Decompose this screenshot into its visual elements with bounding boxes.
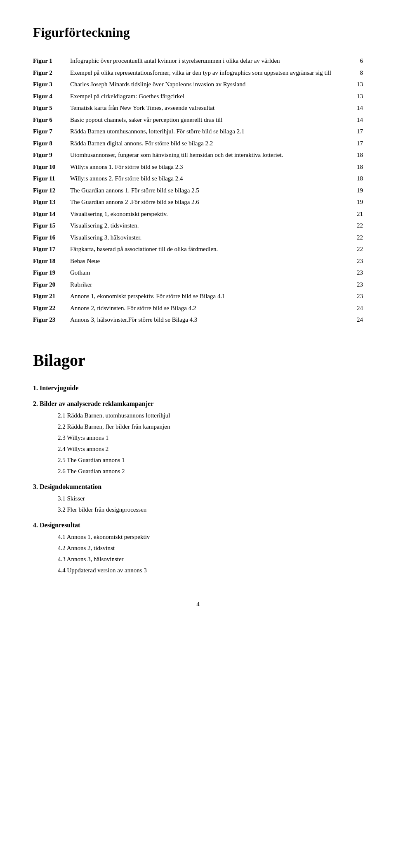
figure-page: 17 <box>351 138 363 149</box>
bilagor-sub-item: 2.5 The Guardian annons 1 <box>33 455 363 466</box>
figure-description: Tematisk karta från New York Times, avse… <box>70 102 351 114</box>
figure-page: 19 <box>351 196 363 208</box>
figure-label: Figur 20 <box>33 279 70 291</box>
bilagor-sub-item: 4.2 Annons 2, tidsvinst <box>33 543 363 554</box>
figure-description: Visualisering 3, hälsovinster. <box>70 232 351 244</box>
figure-label: Figur 18 <box>33 255 70 267</box>
bilagor-sub-item: 4.1 Annons 1, ekonomiskt perspektiv <box>33 531 363 543</box>
bilagor-section-header: 2. Bilder av analyserade reklamkampanjer <box>33 398 363 410</box>
figure-description: Rädda Barnen utomhusannons, lotterihjul.… <box>70 126 351 138</box>
figure-label: Figur 5 <box>33 102 70 114</box>
table-row: Figur 9 Utomhusannonser, fungerar som hä… <box>33 149 363 161</box>
figure-page: 19 <box>351 185 363 197</box>
figure-description: Visualisering 1, ekonomiskt perspektiv. <box>70 208 351 220</box>
bilagor-sub-item: 2.2 Rädda Barnen, fler bilder från kampa… <box>33 421 363 432</box>
figure-description: Rubriker <box>70 279 351 291</box>
table-row: Figur 16 Visualisering 3, hälsovinster. … <box>33 232 363 244</box>
table-row: Figur 6 Basic popout channels, saker vår… <box>33 114 363 126</box>
figure-label: Figur 9 <box>33 149 70 161</box>
figure-label: Figur 22 <box>33 302 70 314</box>
figure-page: 23 <box>351 290 363 302</box>
figure-description: Exempel på olika representationsformer, … <box>70 67 351 79</box>
figure-description: Annons 3, hälsovinster.För större bild s… <box>70 314 351 326</box>
figure-description: Infographic över procentuellt antal kvin… <box>70 55 351 67</box>
figure-page: 24 <box>351 314 363 326</box>
figure-page: 17 <box>351 126 363 138</box>
figure-description: Willy:s annons 2. För större bild se bil… <box>70 173 351 185</box>
table-row: Figur 4 Exempel på cirkeldiagram: Goethe… <box>33 90 363 102</box>
figure-label: Figur 10 <box>33 161 70 173</box>
figure-label: Figur 1 <box>33 55 70 67</box>
figure-page: 18 <box>351 149 363 161</box>
figure-label: Figur 14 <box>33 208 70 220</box>
bilagor-sub-item: 4.4 Uppdaterad version av annons 3 <box>33 565 363 576</box>
table-row: Figur 23 Annons 3, hälsovinster.För stör… <box>33 314 363 326</box>
figure-description: Visualisering 2, tidsvinsten. <box>70 220 351 232</box>
bilagor-sub-item: 2.3 Willy:s annons 1 <box>33 432 363 443</box>
bilagor-section-header: 4. Designresultat <box>33 519 363 531</box>
bilagor-section-item: 2. Bilder av analyserade reklamkampanjer… <box>33 398 363 477</box>
figure-description: Exempel på cirkeldiagram: Goethes färgci… <box>70 90 351 102</box>
figure-label: Figur 8 <box>33 138 70 149</box>
bilagor-sub-item: 2.4 Willy:s annons 2 <box>33 443 363 455</box>
table-row: Figur 21 Annons 1, ekonomiskt perspektiv… <box>33 290 363 302</box>
page-number: 4 <box>33 601 363 608</box>
bilagor-sub-item: 2.6 The Guardian annons 2 <box>33 466 363 477</box>
figure-description: Basic popout channels, saker vår percept… <box>70 114 351 126</box>
figure-page: 24 <box>351 302 363 314</box>
table-row: Figur 1 Infographic över procentuellt an… <box>33 55 363 67</box>
figure-label: Figur 16 <box>33 232 70 244</box>
figure-label: Figur 13 <box>33 196 70 208</box>
table-row: Figur 7 Rädda Barnen utomhusannons, lott… <box>33 126 363 138</box>
figure-label: Figur 3 <box>33 78 70 90</box>
figure-page: 18 <box>351 173 363 185</box>
figure-description: The Guardian annons 1. För större bild s… <box>70 185 351 197</box>
table-row: Figur 10 Willy:s annons 1. För större bi… <box>33 161 363 173</box>
bilagor-sub-item: 4.3 Annons 3, hälsovinster <box>33 554 363 565</box>
figure-label: Figur 23 <box>33 314 70 326</box>
table-row: Figur 22 Annons 2, tidsvinsten. För stör… <box>33 302 363 314</box>
bilagor-section-item: 3. Designdokumentation3.1 Skisser3.2 Fle… <box>33 481 363 515</box>
bilagor-sub-item: 3.1 Skisser <box>33 493 363 504</box>
table-row: Figur 11 Willy:s annons 2. För större bi… <box>33 173 363 185</box>
figure-label: Figur 19 <box>33 267 70 279</box>
bilagor-section-header: 3. Designdokumentation <box>33 481 363 493</box>
figure-page: 14 <box>351 114 363 126</box>
figure-description: Rädda Barnen digital annons. För större … <box>70 138 351 149</box>
figure-table: Figur 1 Infographic över procentuellt an… <box>33 55 363 326</box>
figure-description: The Guardian annons 2 .För större bild s… <box>70 196 351 208</box>
figure-page: 23 <box>351 255 363 267</box>
figure-label: Figur 17 <box>33 243 70 255</box>
figure-page: 18 <box>351 161 363 173</box>
figure-description: Willy:s annons 1. För större bild se bil… <box>70 161 351 173</box>
bilagor-title: Bilagor <box>33 351 363 370</box>
figure-page: 6 <box>351 55 363 67</box>
table-row: Figur 18 Bebas Neue 23 <box>33 255 363 267</box>
page-title: Figurförteckning <box>33 25 363 40</box>
figure-description: Gotham <box>70 267 351 279</box>
table-row: Figur 19 Gotham 23 <box>33 267 363 279</box>
bilagor-section: Bilagor 1. Intervjuguide2. Bilder av ana… <box>33 351 363 576</box>
figure-description: Utomhusannonser, fungerar som hänvisning… <box>70 149 351 161</box>
bilagor-content: 1. Intervjuguide2. Bilder av analyserade… <box>33 382 363 576</box>
figure-description: Annons 2, tidsvinsten. För större bild s… <box>70 302 351 314</box>
table-row: Figur 20 Rubriker 23 <box>33 279 363 291</box>
table-row: Figur 14 Visualisering 1, ekonomiskt per… <box>33 208 363 220</box>
figure-page: 22 <box>351 243 363 255</box>
figure-page: 23 <box>351 279 363 291</box>
figure-label: Figur 7 <box>33 126 70 138</box>
figure-label: Figur 2 <box>33 67 70 79</box>
table-row: Figur 2 Exempel på olika representations… <box>33 67 363 79</box>
figure-page: 22 <box>351 220 363 232</box>
table-row: Figur 3 Charles Joseph Minards tidslinje… <box>33 78 363 90</box>
figure-page: 14 <box>351 102 363 114</box>
table-row: Figur 13 The Guardian annons 2 .För stör… <box>33 196 363 208</box>
figure-page: 8 <box>351 67 363 79</box>
figure-description: Färgkarta, baserad på associationer till… <box>70 243 351 255</box>
figure-label: Figur 12 <box>33 185 70 197</box>
figure-label: Figur 4 <box>33 90 70 102</box>
bilagor-sub-item: 3.2 Fler bilder från designprocessen <box>33 504 363 515</box>
bilagor-sub-item: 2.1 Rädda Barnen, utomhusannons lotterih… <box>33 410 363 421</box>
figure-description: Charles Joseph Minards tidslinje över Na… <box>70 78 351 90</box>
figure-label: Figur 11 <box>33 173 70 185</box>
